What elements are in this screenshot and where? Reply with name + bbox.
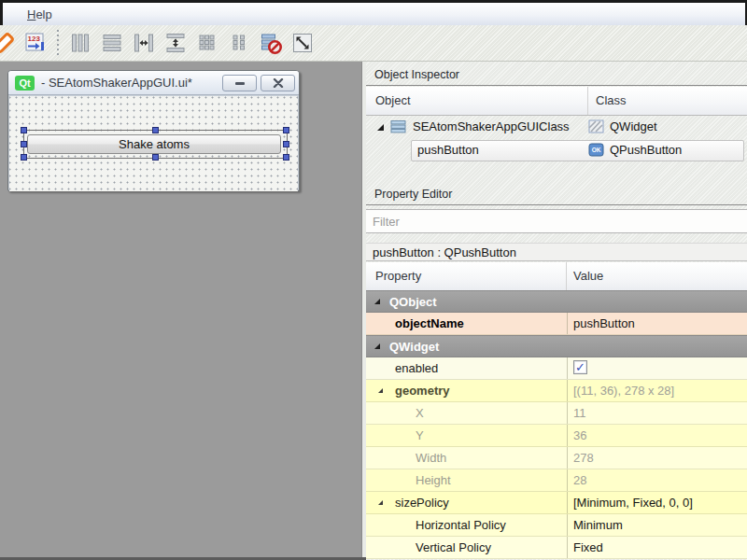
object-name: pushButton [417,143,479,157]
column-property[interactable]: Property [366,262,567,290]
current-object-label: pushButton : QPushButton [366,243,747,261]
property-row[interactable]: Width278 [366,447,747,469]
property-row[interactable]: sizePolicy[Minimum, Fixed, 0, 0] [366,492,747,514]
toolbar-break-layout-button[interactable] [258,30,284,56]
property-name: X [416,406,424,420]
close-icon [273,78,284,88]
property-name: Height [416,473,451,487]
toolbar-layout-horizontal-button[interactable] [67,30,93,56]
toolbar-adjust-size-button[interactable] [289,30,316,56]
object-inspector-row[interactable]: pushButtonOKQPushButton [366,139,747,162]
toolbar-edit-buddies-button[interactable] [0,30,17,56]
toolbar-layout-vertical-button[interactable] [99,30,125,56]
column-class[interactable]: Class [588,87,627,115]
property-name: Horizontal Policy [416,518,506,532]
object-inspector-title: Object Inspector [366,64,747,86]
form-editor-window: Qt - SEAtomShakerAppGUI.ui* Shake atoms [7,70,300,191]
expand-triangle-icon[interactable] [377,124,384,131]
svg-text:123: 123 [28,35,41,43]
property-row[interactable]: Height28 [366,469,747,492]
edit-tab-order-icon: 123 [23,31,48,55]
group-expand-triangle-icon[interactable] [374,343,380,349]
layout-vertical-splitter-icon [163,31,188,55]
object-inspector-row[interactable]: SEAtomShakerAppGUIClassQWidget [366,116,747,139]
property-value[interactable]: pushButton [567,313,747,334]
layout-grid-icon [195,31,219,55]
property-row[interactable]: Horizontal PolicyMinimum [366,514,747,537]
toolbar: 123 [0,25,747,62]
selection-handle[interactable] [283,141,289,147]
property-value[interactable]: Fixed [567,537,747,558]
property-value[interactable]: [(11, 36), 278 x 28] [567,380,747,401]
toolbar-layout-horizontal-splitter-button[interactable] [131,30,157,56]
property-name: QWidget [389,340,439,354]
column-value[interactable]: Value [567,262,603,290]
form-window-titlebar[interactable]: Qt - SEAtomShakerAppGUI.ui* [8,71,299,95]
adjust-size-icon [290,31,315,55]
class-name: QWidget [610,119,657,133]
property-table: QObjectobjectNamepushButtonQWidgetenable… [366,290,747,559]
property-value[interactable]: 36 [567,425,747,446]
property-value[interactable]: 278 [567,447,747,469]
toolbar-layout-grid-button[interactable] [194,30,220,56]
checkmark-icon: ✓ [575,361,585,373]
property-name: Vertical Policy [416,540,491,554]
property-name: enabled [395,361,438,375]
column-object[interactable]: Object [366,87,588,115]
break-layout-icon [259,31,284,56]
form-widget-icon [390,119,407,137]
property-value[interactable]: 11 [567,402,747,424]
property-expand-triangle-icon[interactable] [378,500,383,505]
property-value[interactable]: ✓ [567,357,747,379]
property-group-row[interactable]: QWidget [366,335,747,357]
property-row[interactable]: geometry[(11, 36), 278 x 28] [366,380,747,402]
qpushbutton-class-icon: OK [588,143,604,160]
property-value[interactable]: [Minimum, Fixed, 0, 0] [567,492,747,513]
shake-atoms-pushbutton[interactable]: Shake atoms [27,134,281,154]
qt-logo-icon: Qt [15,76,35,91]
layout-vertical-icon [100,31,124,55]
svg-text:OK: OK [592,147,601,153]
object-inspector-header: Object Class [366,87,747,116]
group-expand-triangle-icon[interactable] [374,299,380,304]
enabled-checkbox[interactable]: ✓ [573,360,587,374]
class-name: QPushButton [610,143,682,157]
property-row[interactable]: Y36 [366,425,747,447]
filter-input[interactable] [366,209,747,233]
selection-handle[interactable] [152,154,159,161]
object-name: SEAtomShakerAppGUIClass [413,119,570,133]
toolbar-edit-tab-order-button[interactable]: 123 [22,30,49,56]
toolbar-layout-form-button[interactable] [226,30,252,56]
form-canvas[interactable]: Shake atoms [9,96,298,191]
layout-form-icon [227,31,251,55]
property-row[interactable]: objectNamepushButton [366,313,747,335]
property-row[interactable]: Vertical PolicyFixed [366,537,747,559]
property-value[interactable]: 28 [567,469,747,491]
property-group-row[interactable]: QObject [366,290,747,313]
selection-handle[interactable] [21,154,27,161]
property-expand-triangle-icon[interactable] [378,388,383,393]
property-value[interactable]: Minimum [567,514,747,536]
property-row[interactable]: X11 [366,402,747,425]
selection-handle[interactable] [283,154,289,161]
property-name: objectName [395,316,464,330]
toolbar-separator [55,30,61,56]
selection-handle[interactable] [21,127,27,133]
property-name: sizePolicy [395,496,449,510]
menu-bar: Help [0,0,747,25]
menu-help[interactable]: Help [16,6,63,23]
selection-handle[interactable] [283,127,289,133]
form-window-title: - SEAtomShakerAppGUI.ui* [41,76,192,90]
property-editor-title: Property Editor [366,184,747,205]
toolbar-layout-vertical-splitter-button[interactable] [162,30,189,56]
layout-horizontal-icon [68,31,92,55]
object-inspector-tree: SEAtomShakerAppGUIClassQWidgetpushButton… [366,116,747,162]
selection-handle[interactable] [152,127,159,133]
layout-horizontal-splitter-icon [132,31,156,55]
selection-handle[interactable] [21,141,27,147]
minimize-button[interactable] [222,75,257,91]
property-name: Width [416,451,446,465]
property-row[interactable]: enabled✓ [366,357,747,380]
close-button[interactable] [261,75,295,91]
property-name: geometry [395,384,450,398]
